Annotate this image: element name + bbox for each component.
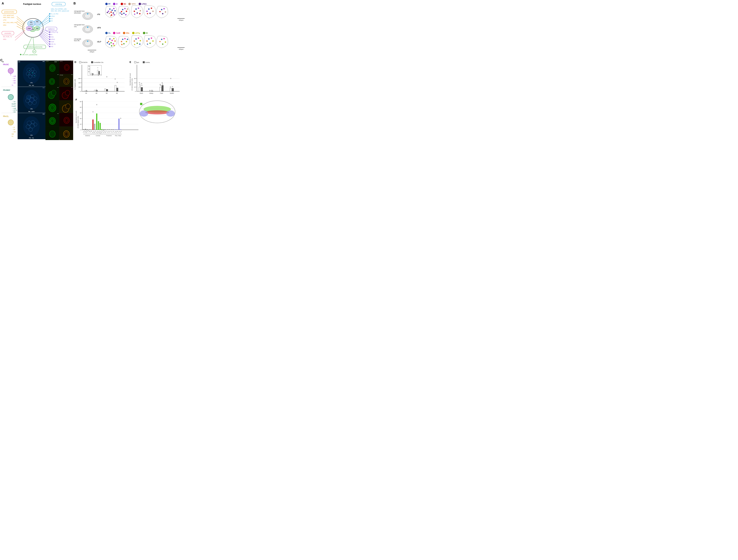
fn-sc-title: FN-SC [3,63,9,65]
svg-point-87 [134,11,135,12]
svg-point-124 [134,40,135,42]
svg-rect-265 [140,103,142,105]
vig-t3: SNc [51,36,54,38]
inj1-label1: retrograde from [74,10,85,12]
panel-b: B PF ZI SC NPH LPAG CL SuM SNc [73,1,184,59]
oromotor-label: oromotor [4,32,11,34]
eyfp2-svg [45,74,59,87]
svg-rect-212 [86,91,87,91]
fn-sc-t4: → VM [12,82,16,84]
svg-point-93 [151,8,152,9]
svg-point-151 [29,70,30,71]
f-y10: 10 [80,123,81,125]
svg-point-152 [32,72,33,73]
svg-point-193 [49,117,55,124]
cl-merge-svg [59,126,73,140]
svg-point-123 [138,37,139,39]
e-y60: 60 [134,78,136,79]
svg-rect-305 [105,129,106,130]
svg-point-4 [49,20,50,22]
f1-sub: rDLP [30,24,33,25]
spp1-label: SPP1 [60,61,63,62]
svg-point-131 [146,40,148,42]
svg-point-106 [108,41,109,42]
svg-point-2 [49,16,50,17]
e-leg1: Ipsi. [136,61,139,63]
vigilance-label: vigilance [48,28,55,30]
ciii-cl-eyfp [45,113,59,126]
orienting-t1: NRG, PnC (PPRF), mRt [51,8,67,10]
scale-cii1 [43,61,45,62]
svg-rect-211 [84,91,85,91]
svg-point-107 [113,38,114,39]
svg-rect-302 [100,123,101,130]
leg-ni: NI [146,32,148,34]
pos-t2: IVN, MVN, parabrachial [22,54,37,56]
panel-d-svg: D DCN/VN Cerebellar Ctx. # of labeled ce… [73,60,128,98]
svg-point-143 [23,63,40,84]
svg-point-222 [115,79,116,79]
svg-point-77 [124,8,126,9]
d-x58: 58 [106,92,107,94]
svg-rect-299 [96,113,97,130]
e-x-fast: Fast. [160,92,163,94]
inset-50: 50 [88,71,89,72]
svg-point-128 [134,44,135,45]
f1r-label: F1R [28,28,31,29]
svg-point-181 [49,104,56,112]
svg-point-91 [134,14,135,15]
svg-point-113 [111,45,112,46]
ciii-cl-spp1 [59,113,73,126]
svg-point-253 [151,90,152,91]
svg-point-198 [63,131,69,137]
svg-rect-304 [103,129,104,130]
post-t2: NRG, MdV, SubC [3,17,14,18]
cii-label: Cii [18,61,20,63]
svg-point-44 [105,3,108,5]
bottom-row: C Ci FN-SC → mRt → SC → MD [1,60,183,139]
fn-mdv-cii: FN FN→mDV [18,87,45,113]
f-y20: 20 [80,118,81,119]
fn-mdv-diagram: FN-MdV → VN MedRT PonRT → mRt → LDTg → M… [1,87,18,113]
svg-point-297 [93,111,93,112]
panel-de-row: D DCN/VN Cerebellar Ctx. # of labeled ce… [73,60,183,98]
svg-point-65 [111,10,113,11]
svg-point-175 [27,96,31,99]
svg-point-59 [87,26,88,28]
svg-point-96 [149,13,151,14]
panel-f-svg: F Crus1 Lob VI PFl [73,98,183,139]
f-grp-anterior: Anterior [85,135,90,136]
svg-point-166 [8,94,13,100]
eyfp-label: eYFP [46,61,49,62]
svg-point-67 [113,8,114,9]
fn-cl-row: FN-CL → ZI → PF → VM MD CL [1,113,73,139]
ciii-mdv-merge [59,100,73,114]
svg-point-256 [160,84,161,85]
svg-point-117 [121,41,122,42]
leg-ldtg: LDTg [135,32,140,34]
kf-label: KF [33,51,35,52]
fn-cl-diagram: FN-CL → ZI → PF → VM MD CL [1,113,18,139]
svg-rect-218 [106,89,108,91]
svg-rect-298 [94,124,95,130]
eyfp-svg [45,60,59,74]
svg-point-101 [165,11,166,13]
svg-point-70 [113,12,114,14]
svg-rect-309 [113,129,114,130]
f1-label: F1 [30,22,32,23]
svg-point-126 [136,43,138,44]
svg-point-153 [28,74,29,74]
leg-sc: SC [123,3,126,5]
svg-line-38 [40,32,50,40]
svg-rect-228 [92,73,93,74]
svg-rect-232 [134,61,136,63]
svg-point-259 [162,84,163,85]
fn-mdv-t1: → VN [12,101,16,102]
svg-point-89 [136,12,138,14]
svg-rect-260 [170,88,171,91]
svg-rect-201 [91,61,93,63]
cl-spp1-svg [59,113,73,126]
fn-sc-ciii: Ciii eYFP SPP1 [45,60,73,87]
leg-lpag: LPAG [141,3,147,5]
svg-rect-313 [120,129,121,130]
